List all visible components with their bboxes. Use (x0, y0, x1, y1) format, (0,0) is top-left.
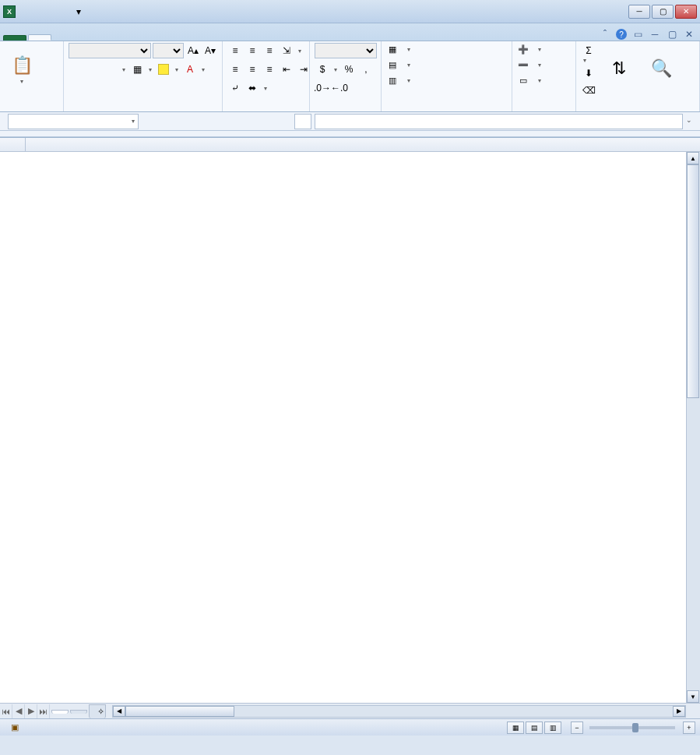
font-color-button[interactable]: A (182, 62, 198, 77)
tab-formulas[interactable] (95, 36, 117, 41)
align-right-button[interactable]: ≡ (262, 62, 277, 77)
currency-button[interactable]: $ (315, 62, 330, 77)
zoom-slider[interactable] (589, 726, 675, 729)
doc-maximize-button[interactable]: ▢ (666, 28, 678, 41)
find-select-button[interactable]: 🔍 (642, 43, 681, 94)
qat-undo-button[interactable] (37, 4, 52, 19)
paste-button[interactable]: 📋 ▾ (5, 43, 39, 94)
name-box[interactable]: ▾ (8, 114, 139, 129)
sheet-tab-active[interactable] (51, 710, 69, 714)
decrease-decimal-button[interactable]: ←.0 (332, 80, 347, 96)
first-sheet-button[interactable]: ⏮ (0, 704, 12, 718)
tab-home[interactable] (28, 34, 51, 41)
cell-styles-button[interactable]: ▥▾ (386, 74, 413, 86)
format-icon: ▭ (517, 74, 529, 86)
page-layout-view-button[interactable]: ▤ (526, 721, 543, 734)
doc-close-button[interactable]: ✕ (683, 28, 695, 41)
vertical-scrollbar[interactable]: ▲ ▼ (686, 152, 700, 703)
increase-indent-button[interactable]: ⇥ (296, 62, 311, 77)
border-button[interactable]: ▦ (129, 62, 145, 77)
macro-record-icon[interactable]: ▣ (11, 722, 19, 732)
fill-button[interactable]: ⬇ (581, 65, 596, 81)
align-top-button[interactable]: ≡ (227, 43, 243, 58)
scroll-up-button[interactable]: ▲ (687, 152, 699, 164)
format-cells-button[interactable]: ▭▾ (517, 74, 543, 86)
prev-sheet-button[interactable]: ◀ (12, 704, 25, 718)
tab-file[interactable] (3, 35, 26, 41)
comma-style-button[interactable]: , (358, 62, 374, 77)
align-left-button[interactable]: ≡ (227, 62, 243, 77)
maximize-button[interactable]: ▢ (652, 5, 674, 19)
close-button[interactable]: ✕ (675, 5, 697, 19)
cut-button[interactable] (42, 43, 58, 58)
tab-review[interactable] (139, 36, 160, 41)
tab-page-layout[interactable] (73, 36, 95, 41)
tab-data[interactable] (117, 36, 139, 41)
formula-input[interactable] (315, 114, 683, 129)
table-icon: ▤ (386, 58, 399, 71)
align-center-button[interactable]: ≡ (244, 62, 260, 77)
autosum-button[interactable]: Σ (581, 43, 596, 58)
percent-button[interactable]: % (341, 62, 357, 77)
italic-button[interactable] (86, 62, 101, 77)
align-middle-button[interactable]: ≡ (244, 43, 260, 58)
tab-developer[interactable] (182, 36, 204, 41)
qat-redo-button[interactable] (54, 4, 69, 19)
sort-filter-button[interactable]: ⇅ (600, 43, 638, 94)
minimize-button[interactable]: ─ (628, 5, 650, 19)
font-name-select[interactable] (69, 43, 151, 58)
scroll-left-button[interactable]: ◀ (113, 706, 125, 717)
qat-customize-button[interactable]: ▾ (71, 4, 86, 19)
copy-button[interactable] (42, 60, 58, 76)
wrap-text-button[interactable]: ⤶ (227, 80, 243, 96)
conditional-formatting-button[interactable]: ▦▾ (386, 43, 413, 55)
delete-cells-button[interactable]: ➖▾ (517, 58, 543, 71)
zoom-out-button[interactable]: − (571, 721, 583, 734)
fx-button[interactable] (294, 114, 311, 129)
fill-color-button[interactable] (156, 62, 171, 77)
ribbon: 📋 ▾ A▴ A▾ ▾ (0, 41, 700, 112)
increase-decimal-button[interactable]: .0→ (315, 80, 330, 96)
font-size-select[interactable] (153, 43, 184, 58)
format-as-table-button[interactable]: ▤▾ (386, 58, 413, 71)
window-restore-icon[interactable]: ▭ (631, 28, 644, 41)
spreadsheet-grid: ▲ ▼ ⏮ ◀ ▶ ⏭ ✧ ◀ ▶ (0, 137, 700, 718)
insert-icon: ➕ (517, 43, 529, 55)
doc-minimize-button[interactable]: ─ (649, 28, 661, 41)
decrease-indent-button[interactable]: ⇤ (279, 62, 294, 77)
normal-view-button[interactable]: ▦ (507, 721, 524, 734)
sheet-tab-settings[interactable] (70, 710, 87, 714)
insert-cells-button[interactable]: ➕▾ (517, 43, 543, 55)
align-bottom-button[interactable]: ≡ (262, 43, 277, 58)
scroll-down-button[interactable]: ▼ (687, 690, 699, 703)
column-headers (0, 138, 700, 152)
merge-center-button[interactable]: ⬌ (244, 80, 260, 96)
help-button[interactable]: ? (616, 29, 627, 40)
clear-button[interactable]: ⌫ (581, 83, 596, 98)
hscroll-thumb[interactable] (125, 706, 234, 717)
zoom-in-button[interactable]: + (683, 721, 695, 734)
number-format-select[interactable] (315, 43, 377, 58)
horizontal-scrollbar[interactable]: ◀ ▶ (112, 705, 686, 718)
last-sheet-button[interactable]: ⏭ (37, 704, 50, 718)
select-all-button[interactable] (0, 138, 26, 151)
tab-view[interactable] (160, 36, 182, 41)
orientation-button[interactable]: ⇲ (279, 43, 294, 58)
tab-team[interactable] (204, 36, 226, 41)
cells-area[interactable]: ▲ ▼ (26, 152, 700, 703)
page-break-view-button[interactable]: ▥ (544, 721, 561, 734)
underline-button[interactable] (103, 62, 118, 77)
new-sheet-button[interactable]: ✧ (89, 704, 106, 718)
expand-formula-bar-button[interactable]: ⌄ (686, 116, 697, 127)
vscroll-thumb[interactable] (687, 164, 699, 398)
zoom-thumb[interactable] (632, 723, 638, 732)
format-painter-button[interactable] (42, 77, 58, 93)
next-sheet-button[interactable]: ▶ (25, 704, 37, 718)
decrease-font-button[interactable]: A▾ (202, 43, 218, 58)
bold-button[interactable] (69, 62, 84, 77)
minimize-ribbon-button[interactable]: ˆ (599, 28, 611, 41)
qat-save-button[interactable] (19, 4, 35, 19)
tab-insert[interactable] (51, 36, 73, 41)
scroll-right-button[interactable]: ▶ (673, 706, 685, 717)
increase-font-button[interactable]: A▴ (185, 43, 201, 58)
